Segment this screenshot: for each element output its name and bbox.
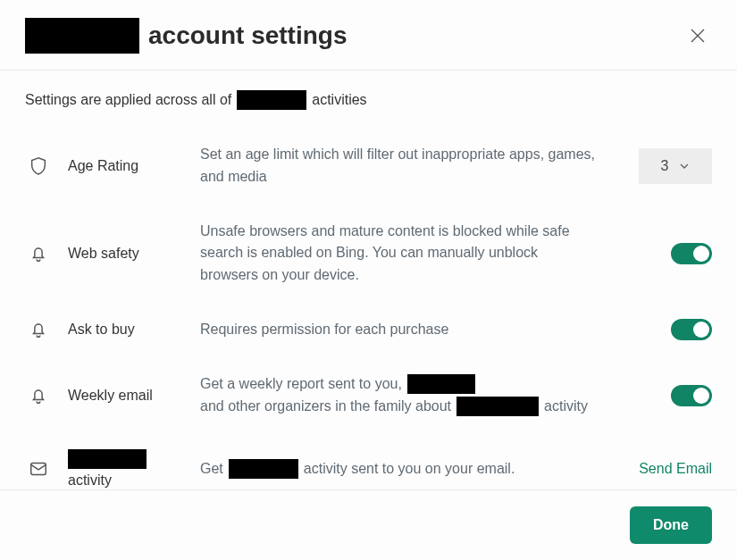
shield-icon: [25, 156, 52, 176]
redacted-name: [407, 374, 475, 394]
subheader-prefix: Settings are applied across all of: [25, 92, 231, 108]
age-select-value: 3: [661, 158, 669, 174]
row-weekly-email: Weekly email Get a weekly report sent to…: [25, 357, 712, 434]
subheader: Settings are applied across all of activ…: [0, 71, 737, 119]
toggle-weekly-email[interactable]: [671, 385, 712, 406]
label-age-rating: Age Rating: [68, 158, 184, 174]
desc-text: activity sent to you on your email.: [304, 458, 515, 481]
desc-text: Get: [200, 458, 223, 481]
label-activity: activity: [68, 449, 184, 489]
desc-activity: Get activity sent to you on your email.: [200, 458, 616, 481]
account-settings-dialog: account settings Settings are applied ac…: [0, 0, 737, 560]
redacted-name: [229, 459, 298, 479]
bell-icon: [25, 244, 52, 263]
desc-text: Get a weekly report sent to you,: [200, 373, 402, 396]
desc-web-safety: Unsafe browsers and mature content is bl…: [200, 221, 616, 287]
bell-icon: [25, 386, 52, 405]
age-select[interactable]: 3: [639, 148, 712, 184]
subheader-suffix: activities: [312, 92, 366, 108]
row-web-safety: Web safety Unsafe browsers and mature co…: [25, 205, 712, 303]
row-age-rating: Age Rating Set an age limit which will f…: [25, 128, 712, 205]
svg-rect-0: [31, 464, 46, 475]
desc-text: activity: [544, 396, 588, 418]
desc-text: and other organizers in the family about: [200, 396, 451, 418]
title-row: account settings: [25, 18, 347, 54]
label-web-safety: Web safety: [68, 246, 184, 262]
redacted-name: [25, 18, 139, 54]
redacted-name: [68, 449, 147, 469]
send-email-link[interactable]: Send Email: [639, 461, 712, 477]
dialog-footer: Done: [0, 489, 737, 560]
redacted-name: [456, 397, 539, 416]
label-ask-to-buy: Ask to buy: [68, 322, 184, 338]
desc-weekly-email: Get a weekly report sent to you, and oth…: [200, 373, 616, 418]
close-icon: [691, 29, 705, 43]
toggle-web-safety[interactable]: [671, 243, 712, 264]
row-ask-to-buy: Ask to buy Requires permission for each …: [25, 303, 712, 357]
label-text: activity: [68, 472, 112, 488]
row-activity-email: activity Get activity sent to you on you…: [25, 433, 712, 489]
desc-age-rating: Set an age limit which will filter out i…: [200, 144, 616, 188]
done-button[interactable]: Done: [630, 506, 712, 544]
page-title: account settings: [148, 21, 347, 50]
close-button[interactable]: [685, 23, 710, 48]
redacted-name: [237, 90, 306, 110]
chevron-down-icon: [679, 161, 690, 171]
settings-body: Age Rating Set an age limit which will f…: [0, 119, 737, 489]
bell-icon: [25, 320, 52, 339]
desc-ask-to-buy: Requires permission for each purchase: [200, 319, 616, 341]
mail-icon: [25, 459, 52, 479]
dialog-header: account settings: [0, 0, 737, 71]
toggle-ask-to-buy[interactable]: [671, 319, 712, 340]
label-weekly-email: Weekly email: [68, 388, 184, 404]
